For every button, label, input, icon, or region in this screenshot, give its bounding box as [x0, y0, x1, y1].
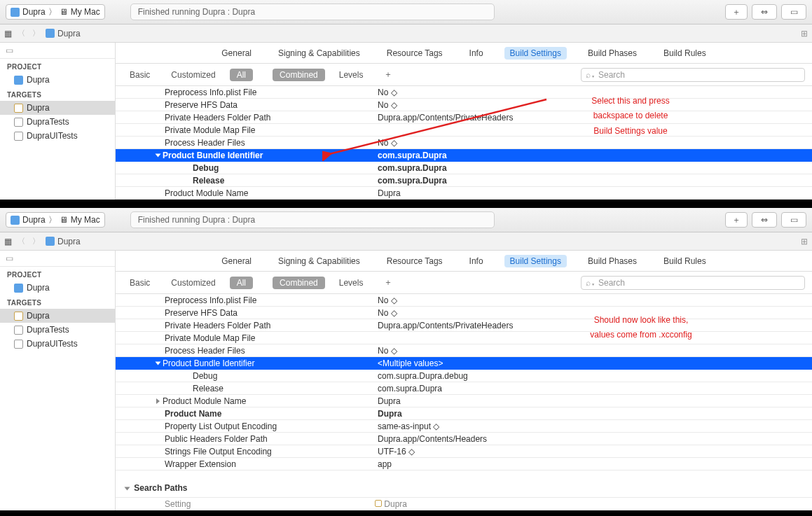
- sidebar-target-tests[interactable]: DupraTests: [0, 323, 115, 337]
- filter-customized[interactable]: Customized: [164, 277, 222, 289]
- tab-build-rules[interactable]: Build Rules: [658, 255, 712, 267]
- setting-row[interactable]: Product Module NameDupra: [116, 395, 812, 407]
- setting-row[interactable]: Product NameDupra: [116, 407, 812, 420]
- sidebar-targets-header: TARGETS: [0, 295, 115, 309]
- tab-info[interactable]: Info: [464, 47, 489, 60]
- setting-row[interactable]: Private Module Map File: [116, 124, 812, 137]
- targets-sidebar: ▭ PROJECT Dupra TARGETS Dupra DupraTests…: [0, 251, 116, 510]
- disclosure-icon[interactable]: [156, 362, 161, 365]
- tab-build-settings[interactable]: Build Settings: [504, 255, 567, 267]
- status-bar[interactable]: Finished running Dupra : Dupra: [130, 4, 495, 20]
- sidebar-target-uitests[interactable]: DupraUITests: [0, 337, 115, 351]
- back-button[interactable]: 〈: [16, 28, 27, 39]
- add-editor-icon[interactable]: ⊞: [801, 237, 808, 246]
- sidebar-target-tests[interactable]: DupraTests: [0, 115, 115, 129]
- tab-signing[interactable]: Signing & Capabilities: [273, 255, 366, 267]
- forward-button[interactable]: 〉: [31, 28, 41, 39]
- sidebar-layout-icon[interactable]: ▭: [0, 251, 115, 267]
- scheme-selector[interactable]: Dupra 〉 🖥 My Mac: [6, 212, 105, 228]
- sidebar-targets-header: TARGETS: [0, 87, 115, 101]
- tab-general[interactable]: General: [216, 47, 257, 60]
- back-button[interactable]: 〈: [16, 236, 27, 246]
- breadcrumb-project[interactable]: Dupra: [46, 237, 81, 246]
- filter-all[interactable]: All: [230, 277, 253, 289]
- setting-row[interactable]: Process Header FilesNo ◇: [116, 137, 812, 149]
- sidebar-target-uitests[interactable]: DupraUITests: [0, 129, 115, 143]
- setting-row-release[interactable]: Releasecom.supra.Dupra: [116, 382, 812, 395]
- setting-row[interactable]: Wrapper Extensionapp: [116, 458, 812, 470]
- tab-signing[interactable]: Signing & Capabilities: [273, 47, 366, 60]
- related-items-icon[interactable]: ▦: [4, 237, 12, 246]
- setting-row[interactable]: Preserve HFS DataNo ◇: [116, 99, 812, 111]
- filter-levels[interactable]: Levels: [332, 69, 371, 81]
- setting-row[interactable]: Private Module Map File: [116, 332, 812, 344]
- add-button[interactable]: ＋: [725, 4, 748, 20]
- tab-build-settings[interactable]: Build Settings: [504, 47, 567, 60]
- code-review-button[interactable]: ⇔: [752, 212, 777, 228]
- setting-row-debug[interactable]: Debugcom.supra.Dupra: [116, 162, 812, 174]
- panels-button[interactable]: ▭: [781, 212, 806, 228]
- panels-button[interactable]: ▭: [781, 4, 806, 20]
- tab-info[interactable]: Info: [464, 255, 489, 267]
- sidebar-target-dupra[interactable]: Dupra: [0, 309, 115, 323]
- filter-basic[interactable]: Basic: [123, 69, 157, 81]
- breadcrumb-project[interactable]: Dupra: [46, 29, 81, 39]
- disclosure-icon[interactable]: [156, 398, 160, 404]
- setting-row[interactable]: Private Headers Folder PathDupra.app/Con…: [116, 111, 812, 124]
- setting-row[interactable]: Public Headers Folder PathDupra.app/Cont…: [116, 433, 812, 445]
- scheme-selector[interactable]: Dupra 〉 🖥 My Mac: [6, 4, 105, 20]
- related-items-icon[interactable]: ▦: [4, 29, 12, 39]
- status-text: Finished running Dupra : Dupra: [138, 215, 255, 225]
- filter-basic[interactable]: Basic: [123, 277, 157, 289]
- test-target-icon: [14, 326, 23, 335]
- tab-general[interactable]: General: [216, 255, 257, 267]
- filter-all[interactable]: All: [230, 69, 253, 81]
- test-target-icon: [14, 132, 23, 141]
- toolbar: Dupra 〉 🖥 My Mac Finished running Dupra …: [0, 0, 812, 25]
- search-icon: ⌕▾: [586, 278, 596, 288]
- sidebar-project-item[interactable]: Dupra: [0, 73, 115, 87]
- status-bar[interactable]: Finished running Dupra : Dupra: [130, 211, 495, 228]
- sidebar-target-dupra[interactable]: Dupra: [0, 101, 115, 115]
- toolbar: Dupra 〉 🖥 My Mac Finished running Dupra …: [0, 208, 812, 232]
- add-setting-button[interactable]: ＋: [377, 275, 399, 290]
- setting-row[interactable]: Preprocess Info.plist FileNo ◇: [116, 86, 812, 99]
- add-setting-button[interactable]: ＋: [377, 67, 399, 82]
- sidebar-layout-icon[interactable]: ▭: [0, 43, 115, 59]
- tab-resource-tags[interactable]: Resource Tags: [381, 255, 448, 267]
- search-input[interactable]: ⌕▾ Search: [581, 68, 805, 82]
- setting-row[interactable]: Preprocess Info.plist FileNo ◇: [116, 294, 812, 307]
- filter-customized[interactable]: Customized: [164, 69, 222, 81]
- add-editor-icon[interactable]: ⊞: [801, 29, 808, 39]
- setting-product-bundle-id[interactable]: Product Bundle Identifier com.supra.Dupr…: [116, 149, 812, 162]
- setting-row[interactable]: Process Header FilesNo ◇: [116, 344, 812, 357]
- setting-row[interactable]: Product Module NameDupra: [116, 187, 812, 200]
- sidebar-project-item[interactable]: Dupra: [0, 281, 115, 295]
- search-placeholder: Search: [598, 278, 625, 288]
- tab-build-phases[interactable]: Build Phases: [582, 255, 642, 267]
- setting-row[interactable]: Property List Output Encodingsame-as-inp…: [116, 420, 812, 433]
- forward-button[interactable]: 〉: [31, 236, 41, 246]
- code-review-button[interactable]: ⇔: [752, 4, 777, 20]
- main-area: General Signing & Capabilities Resource …: [116, 251, 812, 510]
- disclosure-icon[interactable]: [156, 154, 161, 158]
- filter-combined[interactable]: Combined: [273, 69, 325, 81]
- section-search-paths[interactable]: Search Paths: [116, 479, 812, 498]
- tab-resource-tags[interactable]: Resource Tags: [381, 47, 448, 60]
- filter-levels[interactable]: Levels: [332, 277, 371, 289]
- setting-row[interactable]: Private Headers Folder PathDupra.app/Con…: [116, 319, 812, 332]
- search-input[interactable]: ⌕▾ Search: [581, 276, 805, 290]
- app-target-icon: [375, 500, 382, 507]
- setting-row[interactable]: Preserve HFS DataNo ◇: [116, 307, 812, 319]
- setting-row-debug[interactable]: Debugcom.supra.Dupra.debug: [116, 370, 812, 382]
- add-button[interactable]: ＋: [725, 212, 748, 228]
- tab-build-rules[interactable]: Build Rules: [658, 47, 712, 60]
- setting-row-release[interactable]: Releasecom.supra.Dupra: [116, 174, 812, 187]
- filter-combined[interactable]: Combined: [273, 277, 325, 289]
- editor-body: ▭ PROJECT Dupra TARGETS Dupra DupraTests…: [0, 43, 812, 200]
- disclosure-icon[interactable]: [125, 487, 130, 490]
- app-target-icon: [14, 312, 23, 321]
- setting-product-bundle-id[interactable]: Product Bundle Identifier <Multiple valu…: [116, 357, 812, 370]
- tab-build-phases[interactable]: Build Phases: [582, 47, 642, 60]
- setting-row[interactable]: Strings File Output EncodingUTF-16 ◇: [116, 445, 812, 458]
